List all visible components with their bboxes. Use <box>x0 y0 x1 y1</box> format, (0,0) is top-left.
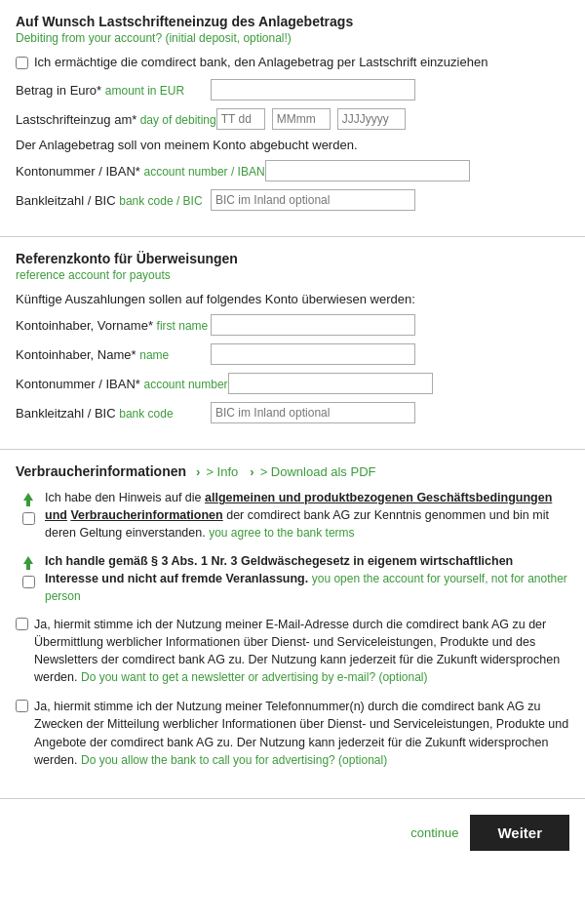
consent4-text: Ja, hiermit stimme ich der Nutzung meine… <box>34 698 569 769</box>
consumer-info-header: Verbraucherinformationen › > Info › > Do… <box>16 463 569 479</box>
green-down-arrow-icon2 <box>20 554 37 572</box>
authorize-debit-row: Ich ermächtige die comdirect bank, den A… <box>16 55 569 69</box>
firstname-row: Kontoinhaber, Vorname* first name <box>16 314 569 336</box>
consent3-checkbox[interactable] <box>16 618 28 630</box>
svg-marker-0 <box>23 493 33 506</box>
authorize-debit-checkbox[interactable] <box>16 57 28 69</box>
iban1-label: Kontonummer / IBAN* account number / IBA… <box>16 164 265 179</box>
download-pdf-link[interactable]: > Download als PDF <box>260 464 376 479</box>
iban2-label: Kontonummer / IBAN* account number <box>16 377 228 391</box>
bottom-bar: continue Weiter <box>0 799 585 866</box>
section1-title: Auf Wunsch Lastschrifteneinzug des Anlag… <box>16 14 569 29</box>
consent4-checkbox[interactable] <box>16 700 28 712</box>
lastname-row: Kontoinhaber, Name* name <box>16 343 569 365</box>
firstname-label: Kontoinhaber, Vorname* first name <box>16 318 211 333</box>
info-arrow-icon: › <box>196 464 200 479</box>
consent2-checkbox[interactable] <box>22 576 35 588</box>
bic2-row: Bankleitzahl / BIC bank code <box>16 402 569 423</box>
amount-label: Betrag in Euro* amount in EUR <box>16 83 211 98</box>
debit-date-row: Lastschrifteinzug am* day of debiting <box>16 108 569 130</box>
iban1-input[interactable] <box>265 160 470 181</box>
consent2-text: Ich handle gemäß § 3 Abs. 1 Nr. 3 Geldwä… <box>45 552 569 606</box>
firstname-input[interactable] <box>211 314 415 336</box>
consumer-info-section: Verbraucherinformationen › > Info › > Do… <box>0 450 585 799</box>
bic1-row: Bankleitzahl / BIC bank code / BIC <box>16 189 569 211</box>
section2-info: Künftige Auszahlungen sollen auf folgend… <box>16 292 569 306</box>
consent3-text: Ja, hiermit stimme ich der Nutzung meine… <box>34 616 569 687</box>
lastname-input[interactable] <box>211 343 415 365</box>
info-link[interactable]: > Info <box>206 464 238 479</box>
iban2-input[interactable] <box>228 373 433 394</box>
consumer-info-title: Verbraucherinformationen <box>16 463 186 479</box>
iban2-row: Kontonummer / IBAN* account number <box>16 373 569 394</box>
lastname-label: Kontoinhaber, Name* name <box>16 347 211 362</box>
consent3-row: Ja, hiermit stimme ich der Nutzung meine… <box>16 616 569 687</box>
consent1-text: Ich habe den Hinweis auf die allgemeinen… <box>45 489 569 542</box>
weiter-button[interactable]: Weiter <box>470 815 569 851</box>
month-input[interactable] <box>272 108 331 130</box>
consent1-row: Ich habe den Hinweis auf die allgemeinen… <box>16 489 569 542</box>
bic1-input[interactable] <box>211 189 415 211</box>
authorize-debit-label: Ich ermächtige die comdirect bank, den A… <box>34 55 488 69</box>
day-input[interactable] <box>216 108 265 130</box>
bic2-input[interactable] <box>211 402 415 423</box>
section2-title: Referenzkonto für Überweisungen <box>16 251 569 266</box>
consent2-row: Ich handle gemäß § 3 Abs. 1 Nr. 3 Geldwä… <box>16 552 569 606</box>
amount-row: Betrag in Euro* amount in EUR <box>16 79 569 100</box>
date-inputs <box>216 108 406 130</box>
continue-label: continue <box>410 825 458 840</box>
section2-subtitle: reference account for payouts <box>16 268 569 282</box>
debit-date-label: Lastschrifteinzug am* day of debiting <box>16 112 216 127</box>
download-arrow-icon: › <box>250 464 254 479</box>
section1-subtitle: Debiting from your account? (initial dep… <box>16 31 569 45</box>
year-input[interactable] <box>337 108 406 130</box>
bic1-label: Bankleitzahl / BIC bank code / BIC <box>16 193 211 208</box>
consent4-row: Ja, hiermit stimme ich der Nutzung meine… <box>16 698 569 769</box>
amount-input[interactable] <box>211 79 415 100</box>
consent1-link2[interactable]: Verbraucherinformationen <box>70 508 222 522</box>
svg-marker-1 <box>23 556 33 570</box>
bic2-label: Bankleitzahl / BIC bank code <box>16 406 211 421</box>
direct-debit-section: Auf Wunsch Lastschrifteneinzug des Anlag… <box>0 0 585 237</box>
reference-account-section: Referenzkonto für Überweisungen referenc… <box>0 237 585 450</box>
debit-info-text: Der Anlagebetrag soll von meinem Konto a… <box>16 138 569 152</box>
iban1-row: Kontonummer / IBAN* account number / IBA… <box>16 160 569 181</box>
green-down-arrow-icon <box>20 491 37 508</box>
consent1-checkbox[interactable] <box>22 512 35 525</box>
